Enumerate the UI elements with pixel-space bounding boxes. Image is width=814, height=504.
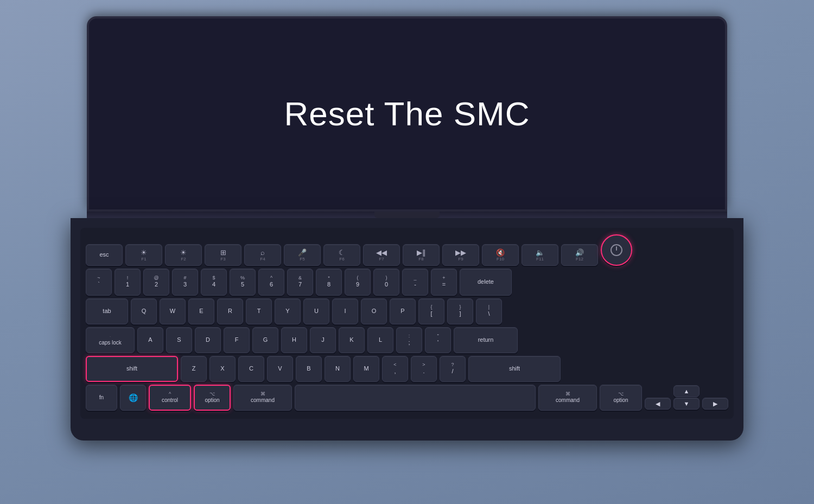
- key-0[interactable]: ) 0: [373, 269, 399, 296]
- key-delete[interactable]: delete: [460, 269, 512, 296]
- key-f4[interactable]: ⌕ F4: [244, 244, 281, 266]
- laptop-base: esc ☀ F1 ☀ F2 ⊞ F3 ⌕ F4: [71, 218, 743, 441]
- arrow-lr-row: ◀ ▼ ▶: [645, 398, 728, 410]
- number-row: ~ ` ! 1 @ 2 # 3 $ 4: [86, 269, 728, 296]
- key-semicolon[interactable]: : ;: [396, 327, 422, 353]
- key-6[interactable]: ^ 6: [258, 269, 284, 296]
- key-arrow-up[interactable]: ▲: [673, 385, 699, 397]
- key-1[interactable]: ! 1: [115, 269, 141, 296]
- key-backslash[interactable]: | \: [476, 298, 502, 324]
- key-return[interactable]: return: [454, 327, 518, 353]
- laptop-wrapper: Reset The SMC esc ☀ F1 ☀ F2 ⊞: [60, 16, 754, 488]
- key-d[interactable]: D: [195, 327, 221, 353]
- key-fn[interactable]: fn: [86, 385, 117, 411]
- keyboard: esc ☀ F1 ☀ F2 ⊞ F3 ⌕ F4: [80, 228, 734, 419]
- key-x[interactable]: X: [209, 356, 236, 382]
- key-arrow-left[interactable]: ◀: [645, 398, 671, 410]
- key-slash[interactable]: ? /: [440, 356, 466, 382]
- key-space[interactable]: [295, 385, 536, 411]
- key-a[interactable]: A: [137, 327, 163, 353]
- key-option-right[interactable]: ⌥ option: [600, 385, 642, 411]
- key-7[interactable]: & 7: [287, 269, 313, 296]
- key-f8[interactable]: ▶‖ F8: [403, 244, 440, 266]
- key-v[interactable]: V: [267, 356, 293, 382]
- globe-icon: 🌐: [129, 393, 138, 402]
- key-k[interactable]: K: [339, 327, 365, 353]
- key-u[interactable]: U: [303, 298, 329, 324]
- key-2[interactable]: @ 2: [143, 269, 169, 296]
- key-9[interactable]: ( 9: [345, 269, 371, 296]
- key-i[interactable]: I: [332, 298, 358, 324]
- key-quote[interactable]: " ': [425, 327, 451, 353]
- key-f1[interactable]: ☀ F1: [125, 244, 162, 266]
- key-8[interactable]: * 8: [316, 269, 342, 296]
- asdf-row: · caps lock A S D F G H J K L : ; " ': [86, 327, 728, 353]
- fn-row: esc ☀ F1 ☀ F2 ⊞ F3 ⌕ F4: [86, 234, 728, 266]
- key-control[interactable]: ^ control: [149, 385, 191, 411]
- key-f10[interactable]: 🔇 F10: [482, 244, 519, 266]
- arrow-up-row: ▲: [645, 385, 728, 397]
- key-period[interactable]: > .: [411, 356, 437, 382]
- key-f11[interactable]: 🔈 F11: [522, 244, 558, 266]
- key-comma[interactable]: < ,: [382, 356, 408, 382]
- key-b[interactable]: B: [296, 356, 322, 382]
- key-p[interactable]: P: [390, 298, 416, 324]
- key-f9[interactable]: ▶▶ F9: [442, 244, 479, 266]
- key-g[interactable]: G: [252, 327, 278, 353]
- key-f6[interactable]: ☾ F6: [323, 244, 360, 266]
- key-esc[interactable]: esc: [86, 244, 123, 266]
- key-f2[interactable]: ☀ F2: [165, 244, 202, 266]
- key-c[interactable]: C: [238, 356, 264, 382]
- key-tab[interactable]: tab: [86, 298, 128, 324]
- key-l[interactable]: L: [367, 327, 393, 353]
- key-equals[interactable]: + =: [431, 269, 457, 296]
- key-h[interactable]: H: [281, 327, 307, 353]
- key-shift-right[interactable]: shift: [468, 356, 561, 382]
- qwerty-row: tab Q W E R T Y U I O P { [ } ]: [86, 298, 728, 324]
- key-command-left[interactable]: ⌘ command: [233, 385, 292, 411]
- key-z[interactable]: Z: [181, 356, 207, 382]
- key-backtick[interactable]: ~ `: [86, 269, 112, 296]
- key-f[interactable]: F: [224, 327, 250, 353]
- key-f3[interactable]: ⊞ F3: [205, 244, 241, 266]
- key-5[interactable]: % 5: [230, 269, 256, 296]
- key-3[interactable]: # 3: [172, 269, 198, 296]
- key-f5[interactable]: 🎤 F5: [284, 244, 321, 266]
- key-s[interactable]: S: [166, 327, 192, 353]
- key-j[interactable]: J: [310, 327, 336, 353]
- screen-title: Reset The SMC: [284, 94, 530, 133]
- modifier-row: fn 🌐 ^ control ⌥ option ⌘ command: [86, 385, 728, 411]
- key-m[interactable]: M: [353, 356, 379, 382]
- key-shift-left[interactable]: shift: [86, 356, 178, 382]
- key-n[interactable]: N: [325, 356, 351, 382]
- key-option-left[interactable]: ⌥ option: [194, 385, 231, 411]
- key-4[interactable]: $ 4: [201, 269, 227, 296]
- key-e[interactable]: E: [188, 298, 214, 324]
- key-globe[interactable]: 🌐: [120, 385, 146, 411]
- key-arrow-down[interactable]: ▼: [673, 398, 699, 410]
- key-o[interactable]: O: [361, 298, 387, 324]
- key-minus[interactable]: _ -: [402, 269, 428, 296]
- key-bracket-r[interactable]: } ]: [447, 298, 473, 324]
- key-f7[interactable]: ◀◀ F7: [363, 244, 400, 266]
- key-bracket-l[interactable]: { [: [418, 298, 444, 324]
- key-y[interactable]: Y: [275, 298, 301, 324]
- zxcv-row: shift Z X C V B N M < , > . ?: [86, 356, 728, 382]
- key-capslock[interactable]: · caps lock: [86, 327, 135, 353]
- key-r[interactable]: R: [217, 298, 243, 324]
- key-f12[interactable]: 🔊 F12: [561, 244, 598, 266]
- key-t[interactable]: T: [246, 298, 272, 324]
- power-button[interactable]: [601, 234, 632, 266]
- key-q[interactable]: Q: [131, 298, 157, 324]
- laptop-hinge: [87, 212, 727, 218]
- laptop-screen: Reset The SMC: [87, 16, 727, 212]
- key-command-right[interactable]: ⌘ command: [538, 385, 597, 411]
- key-w[interactable]: W: [160, 298, 186, 324]
- power-icon: [610, 244, 622, 256]
- arrow-cluster: ▲ ◀ ▼ ▶: [645, 385, 728, 410]
- key-arrow-right[interactable]: ▶: [702, 398, 728, 410]
